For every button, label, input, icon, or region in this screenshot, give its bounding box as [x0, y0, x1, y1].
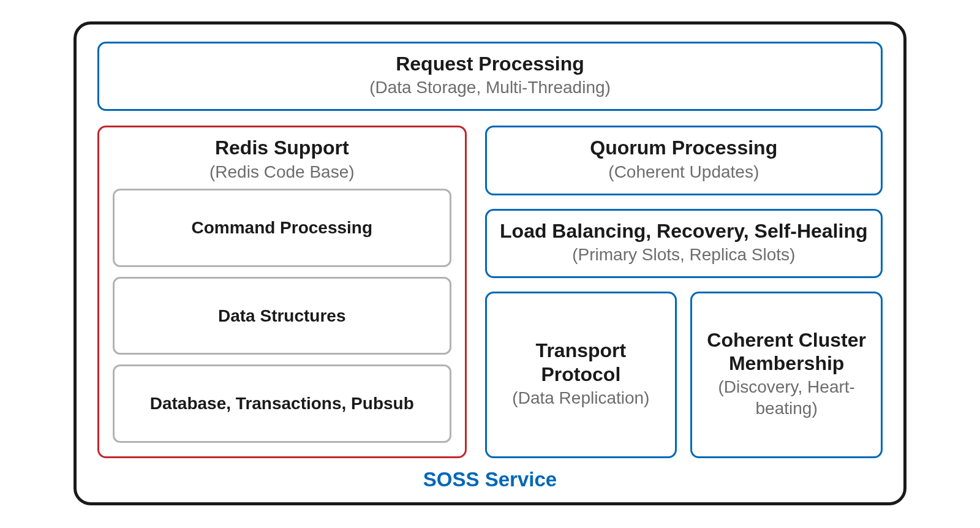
- right-column: Quorum Processing (Coherent Updates) Loa…: [485, 126, 883, 458]
- bottom-row: Transport Protocol (Data Replication) Co…: [485, 292, 883, 458]
- columns: Redis Support (Redis Code Base) Command …: [97, 126, 883, 458]
- load-balancing-subtitle: (Primary Slots, Replica Slots): [494, 244, 873, 265]
- quorum-processing-box: Quorum Processing (Coherent Updates): [485, 126, 883, 195]
- database-transactions-title: Database, Transactions, Pubsub: [123, 393, 441, 414]
- service-label: SOSS Service: [97, 468, 883, 491]
- membership-subtitle: (Discovery, Heart-beating): [699, 376, 873, 419]
- request-processing-title: Request Processing: [105, 52, 875, 75]
- request-processing-box: Request Processing (Data Storage, Multi-…: [97, 42, 883, 111]
- redis-support-title: Redis Support: [113, 136, 451, 159]
- redis-inner-stack: Command Processing Data Structures Datab…: [113, 189, 451, 443]
- command-processing-box: Command Processing: [113, 189, 451, 267]
- soss-service-container: Request Processing (Data Storage, Multi-…: [74, 21, 907, 505]
- quorum-subtitle: (Coherent Updates): [494, 161, 873, 183]
- data-structures-title: Data Structures: [123, 306, 441, 326]
- request-processing-subtitle: (Data Storage, Multi-Threading): [105, 77, 875, 98]
- command-processing-title: Command Processing: [123, 217, 441, 238]
- left-column: Redis Support (Redis Code Base) Command …: [97, 126, 467, 458]
- redis-support-box: Redis Support (Redis Code Base) Command …: [97, 126, 467, 458]
- load-balancing-title: Load Balancing, Recovery, Self-Healing: [494, 219, 873, 243]
- load-balancing-box: Load Balancing, Recovery, Self-Healing (…: [485, 209, 883, 278]
- cluster-membership-box: Coherent Cluster Membership (Discovery, …: [690, 292, 883, 458]
- membership-title: Coherent Cluster Membership: [699, 328, 873, 375]
- transport-protocol-box: Transport Protocol (Data Replication): [485, 292, 677, 458]
- quorum-title: Quorum Processing: [494, 136, 873, 159]
- transport-title: Transport Protocol: [494, 339, 668, 386]
- database-transactions-box: Database, Transactions, Pubsub: [113, 364, 451, 443]
- data-structures-box: Data Structures: [113, 277, 451, 355]
- transport-subtitle: (Data Replication): [494, 387, 668, 409]
- redis-support-subtitle: (Redis Code Base): [113, 161, 451, 183]
